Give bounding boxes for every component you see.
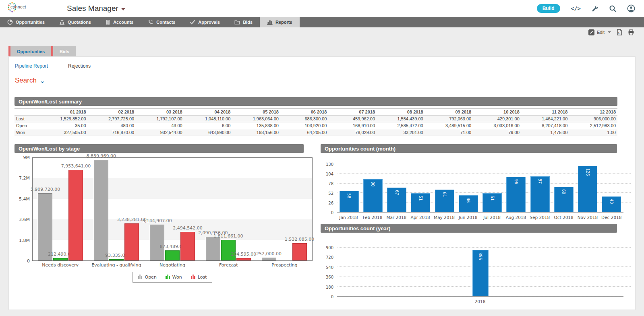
legend-item-lost[interactable]: Lost <box>191 274 207 280</box>
x-axis-label: Mar 2018 <box>385 215 408 220</box>
bar-may-2018[interactable]: 61 <box>435 190 454 212</box>
pdf-icon[interactable]: A <box>617 29 622 35</box>
stage-bar-won[interactable] <box>165 250 180 260</box>
user-icon[interactable] <box>627 4 635 12</box>
nav-item-opportunities[interactable]: Opportunities <box>0 17 52 27</box>
stage-bar-open[interactable] <box>262 258 276 260</box>
bar-value-label: 90 <box>371 182 375 212</box>
summary-cell: 1,554,439.00 <box>377 116 425 122</box>
summary-cell: 193,156.00 <box>232 129 280 136</box>
app-header: connect Sales Manager Build </> <box>0 0 644 17</box>
bar-mar-2018[interactable]: 67 <box>387 188 406 212</box>
nav-item-quotations[interactable]: Quotations <box>52 17 98 27</box>
plot-area: 5890675161465196976912643 <box>337 164 623 213</box>
nav-item-approvals[interactable]: Approvals <box>182 17 227 27</box>
x-axis-label: Negotiating <box>144 262 200 268</box>
legend-bars-icon <box>166 274 170 280</box>
phone-icon <box>148 19 153 25</box>
y-tick-label: 9M <box>23 155 30 160</box>
stage-bar-open[interactable] <box>150 225 164 260</box>
nav-item-bids[interactable]: Bids <box>227 17 260 27</box>
search-icon[interactable] <box>609 5 617 12</box>
subtab-pipeline-report[interactable]: Pipeline Report <box>15 63 48 69</box>
bar-apr-2018[interactable]: 51 <box>411 193 430 212</box>
stage-bar-lost[interactable] <box>124 223 139 260</box>
x-axis-label: Dec 2018 <box>600 215 623 220</box>
subtab-rejections[interactable]: Rejections <box>68 63 91 69</box>
stage-bar-open[interactable] <box>38 193 52 260</box>
nav-label: Contacts <box>156 20 175 25</box>
stage-group: 3,144,907.00873,489.002,494,542.00 <box>145 158 201 260</box>
stage-bar-lost[interactable] <box>236 258 251 260</box>
summary-cell: 1,963,064.00 <box>232 116 280 122</box>
summary-cell: 6.00 <box>184 122 232 129</box>
app-title: Sales Manager <box>67 4 118 13</box>
nav-item-reports[interactable]: Reports <box>260 17 300 27</box>
nav-item-contacts[interactable]: Contacts <box>141 17 182 27</box>
year-section-header: Opportunities count (year) <box>321 224 617 233</box>
stage-bar-won[interactable] <box>109 259 124 260</box>
build-button[interactable]: Build <box>537 4 560 13</box>
stage-bar-won[interactable] <box>221 240 236 260</box>
stage-plot-area: 5,909,720.00212,490.007,953,641.008,839,… <box>32 157 313 261</box>
bar-dec-2018[interactable]: 43 <box>602 196 621 212</box>
bar-jul-2018[interactable]: 51 <box>482 193 502 212</box>
bar-jun-2018[interactable]: 46 <box>459 195 478 212</box>
summary-cell: 906,000.00 <box>569 116 617 122</box>
bar-jan-2018[interactable]: 58 <box>340 191 359 212</box>
bar-feb-2018[interactable]: 90 <box>363 179 383 212</box>
x-axis-label: Apr 2018 <box>408 215 432 220</box>
x-axis-label: Jan 2018 <box>337 215 360 220</box>
wrench-icon[interactable] <box>591 5 598 12</box>
bar-sep-2018[interactable]: 97 <box>530 176 550 212</box>
nav-label: Bids <box>243 20 253 25</box>
summary-column-header: 11 2018 <box>521 109 569 116</box>
bar-value-label: 58 <box>347 193 351 212</box>
app-title-dropdown[interactable]: Sales Manager <box>67 4 125 13</box>
y-tick-label: 7.2M <box>19 176 30 181</box>
legend-bars-icon <box>191 274 196 280</box>
stage-bar-lost[interactable] <box>180 232 195 260</box>
summary-cell: 2,512,983.00 <box>569 122 617 129</box>
stage-bar-open[interactable] <box>94 160 108 260</box>
summary-cell: 78,029.00 <box>328 129 377 136</box>
printer-icon[interactable] <box>628 29 634 35</box>
tab-opportunities[interactable]: Opportunties <box>8 46 51 56</box>
bar-2018[interactable]: 855 <box>472 250 489 296</box>
summary-cell: 792,063.00 <box>425 116 473 122</box>
x-axis-label: Needs discovery <box>32 262 88 268</box>
stage-bar-lost[interactable] <box>292 243 307 260</box>
summary-row-label: Won <box>14 129 39 136</box>
summary-row: Lost1,529,852.002,797,725.001,792,107.00… <box>14 116 617 122</box>
y-tick-label: 130 <box>326 162 333 167</box>
bar-nov-2018[interactable]: 126 <box>578 166 597 212</box>
search-toggle[interactable]: Search ⌄ <box>15 76 45 85</box>
stage-bar-open[interactable] <box>206 237 220 260</box>
stage-group: 252,000.001,532,085.00 <box>256 158 312 260</box>
summary-cell: 33,201.00 <box>377 129 425 136</box>
bar-oct-2018[interactable]: 69 <box>554 187 574 212</box>
legend-item-won[interactable]: Won <box>166 274 182 280</box>
connect-logo[interactable]: connect <box>3 0 60 17</box>
summary-cell: 932,544.00 <box>136 129 184 136</box>
tab-bids[interactable]: Bids <box>51 46 76 56</box>
bar-aug-2018[interactable]: 96 <box>506 177 526 212</box>
nav-label: Approvals <box>198 20 220 25</box>
bar-value-label: 67 <box>395 190 399 212</box>
legend-item-open[interactable]: Open <box>138 274 156 280</box>
plot-area: 855 <box>337 248 623 297</box>
stage-bar-won[interactable] <box>53 258 68 260</box>
svg-text:A: A <box>618 32 619 34</box>
stage-section-header: Open/Won/Lost by stage <box>14 144 304 153</box>
stage-chart: 9M7.2M5.4M3.6M1.8M05,909,720.00212,490.0… <box>14 157 313 283</box>
summary-column-header: 02 2018 <box>88 109 136 116</box>
nav-item-accounts[interactable]: Accounts <box>98 17 141 27</box>
y-tick-label: 5.4M <box>19 196 30 201</box>
summary-cell: 643,990.00 <box>184 129 232 136</box>
stage-bar-lost[interactable] <box>68 170 83 260</box>
bar-value-label: 204,595.00 <box>231 252 256 257</box>
code-icon[interactable]: </> <box>571 5 581 12</box>
bar-value-label: 7,953,641.00 <box>61 163 91 169</box>
edit-button[interactable]: Edit <box>588 29 611 35</box>
nav-label: Opportunities <box>16 20 45 25</box>
